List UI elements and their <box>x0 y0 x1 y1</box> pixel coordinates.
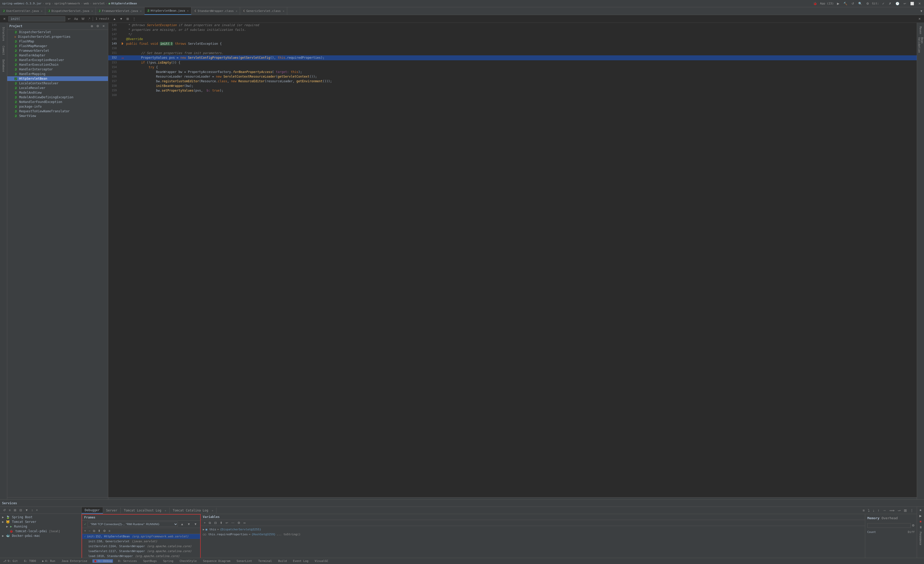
status-debug[interactable]: 🐞 5: Debug <box>93 560 113 563</box>
services-filter-button[interactable]: ▼ <box>24 508 29 513</box>
next-result-button[interactable]: ▼ <box>118 16 124 21</box>
search-button-top[interactable]: 🔍 <box>857 1 863 6</box>
thread-up-button[interactable]: ▲ <box>180 522 184 527</box>
services-pause-button[interactable]: ⏸ <box>918 525 923 530</box>
services-favorites-button[interactable]: ★ <box>918 508 923 513</box>
tree-item-dispatcherservlet[interactable]: J DispatcherServlet <box>7 30 108 34</box>
var-extra-button[interactable]: ∞ <box>242 521 247 525</box>
services-collapse-button[interactable]: ≡ <box>8 508 12 513</box>
add-var-button[interactable]: + <box>203 521 207 525</box>
copy-frame-button[interactable]: ⧉ <box>92 528 96 533</box>
services-move-button[interactable]: ↕ <box>30 508 34 513</box>
more-options-button[interactable]: ⋮ <box>132 16 137 21</box>
status-run[interactable]: ▶ 4: Run <box>41 560 56 563</box>
project-new-button[interactable]: ⊕ <box>90 24 94 28</box>
debug-trace-button[interactable]: ⤻ <box>897 508 902 513</box>
status-git[interactable]: ⎇ 9: Git <box>2 560 19 563</box>
tree-item-smartview[interactable]: J SmartView <box>7 114 108 118</box>
commit-icon[interactable]: Commit <box>1 44 6 57</box>
prev-result-button[interactable]: ▲ <box>112 16 117 21</box>
code-scrollbar-h[interactable] <box>108 497 917 499</box>
structure-icon[interactable]: Structure <box>1 25 6 43</box>
services-tree-tomcat-local[interactable]: 🐞 tomcat-local-pdai [local] <box>0 529 81 534</box>
services-group-button[interactable]: ⊟ <box>18 508 23 513</box>
git-undo-button[interactable]: ↩ <box>903 1 907 6</box>
debug-step-over-button[interactable]: ⤵ <box>867 508 871 513</box>
status-services[interactable]: 8: Services <box>117 560 138 563</box>
memory-search-input[interactable] <box>867 523 911 528</box>
var-restore-button[interactable]: ↩ <box>225 521 229 525</box>
git-cross-button[interactable]: ✗ <box>888 1 892 6</box>
close-window-button[interactable]: ✕ <box>917 1 922 6</box>
tab-frameworkservlet[interactable]: J FrameworkServlet.java ✕ <box>96 7 144 15</box>
tree-item-packageinfo[interactable]: J package-info <box>7 104 108 109</box>
add-frame-button[interactable]: + <box>83 528 87 533</box>
status-spotbugs[interactable]: SpotBugs <box>142 560 158 563</box>
services-persistence-button[interactable]: Persistence <box>918 531 923 546</box>
tab-httpservletbean[interactable]: J HttpServletBean.java ✕ <box>144 7 192 15</box>
close-search-x[interactable]: ✕ <box>917 16 922 21</box>
open-in-panel-button[interactable]: ⊞ <box>125 16 130 21</box>
debug-button[interactable]: 🐞 <box>812 1 818 6</box>
close-icon[interactable]: ✕ <box>140 10 142 12</box>
tree-item-modelandviewdefiningexception[interactable]: J ModelAndViewDefiningException <box>7 95 108 100</box>
tree-item-flashmapmanager[interactable]: J FlashMapManager <box>7 44 108 48</box>
tab-standardwrapper[interactable]: C StandardWrapper.class ✕ <box>191 7 240 15</box>
services-expand-button[interactable]: ⊞ <box>13 508 17 513</box>
server-tab[interactable]: Server <box>103 507 121 513</box>
var-settings-button[interactable]: ⚙ <box>237 521 242 525</box>
git-check-button[interactable]: ✓ <box>881 1 886 6</box>
frame-item-158[interactable]: init:158, GenericServlet (javax.servlet) <box>82 539 200 544</box>
tree-item-handleradapter[interactable]: J HandlerAdapter <box>7 53 108 58</box>
tree-item-localeresolver[interactable]: J LocaleResolver <box>7 86 108 90</box>
close-icon[interactable]: ✕ <box>165 509 166 512</box>
tree-item-handlerexecutionchain[interactable]: J HandlerExecutionChain <box>7 62 108 67</box>
status-spring[interactable]: Spring <box>162 560 174 563</box>
whole-word-button[interactable]: W <box>81 16 86 21</box>
tree-item-handlermapping[interactable]: J HandlerMapping <box>7 72 108 76</box>
tree-item-flashmap[interactable]: J FlashMap <box>7 39 108 44</box>
var-expand-icon[interactable]: ▶ <box>203 528 205 531</box>
run-button[interactable]: ▶ <box>836 1 840 6</box>
frame-options-button[interactable]: ≡ <box>108 528 111 533</box>
status-java-enterprise[interactable]: Java Enterprise <box>60 560 88 563</box>
close-icon[interactable]: ✕ <box>41 10 42 12</box>
close-icon[interactable]: ✕ <box>236 10 237 12</box>
build-button[interactable]: 🔨 <box>842 1 848 6</box>
tomcat-catalina-tab[interactable]: Tomcat Catalina Log ✕ <box>170 507 217 513</box>
tree-item-localecontextresolver[interactable]: J LocaleContextResolver <box>7 81 108 86</box>
status-checkstyle[interactable]: CheckStyle <box>178 560 198 563</box>
debugger-tab[interactable]: Debugger <box>82 507 103 513</box>
thread-dropdown[interactable]: "RMI TCP Connection(2)-... "RMI Runtime"… <box>87 522 178 527</box>
tree-item-nohandlerfoundexception[interactable]: J NoHandlerFoundException <box>7 100 108 104</box>
tab-dispatcherservlet[interactable]: J DispatcherServlet.java ✕ <box>45 7 96 15</box>
tree-item-httpservletbean[interactable]: J HttpServletBean <box>7 76 108 81</box>
maximize-button[interactable]: ⬜ <box>909 1 915 6</box>
close-icon[interactable]: ✕ <box>283 10 284 12</box>
status-terminal[interactable]: Terminal <box>257 560 273 563</box>
project-close-button[interactable]: ✕ <box>101 24 106 28</box>
tab-usercontroller[interactable]: J UserController.java ✕ <box>0 7 45 15</box>
search-input[interactable] <box>8 16 65 21</box>
memory-gear-button[interactable]: ⚙ <box>912 524 915 527</box>
project-scrollbar-h[interactable] <box>7 497 108 499</box>
services-tree-tomcat[interactable]: ▶ 🐱 Tomcat Server <box>0 519 81 524</box>
close-icon[interactable]: ✕ <box>187 9 189 12</box>
status-sonarlint[interactable]: SonarLint <box>236 560 253 563</box>
debug-menu-button[interactable]: ≡ <box>862 508 866 513</box>
var-link-button[interactable]: ⋯ <box>230 521 236 525</box>
debug-grid-button[interactable]: ⊞ <box>903 508 908 513</box>
code-area[interactable]: 145 * @throws ServletException if bean p… <box>108 23 917 497</box>
var-expand-icon[interactable]: ○○ <box>203 533 206 536</box>
tree-item-dispatcherservlet-props[interactable]: ⚙ DispatcherServlet.properties <box>7 34 108 39</box>
services-tree-running[interactable]: ▶ ▶ Running <box>0 524 81 529</box>
tree-item-frameworkservlet[interactable]: J FrameworkServlet <box>7 48 108 53</box>
services-restart-button[interactable]: ↺ <box>2 508 7 513</box>
tomcat-localhost-tab[interactable]: Tomcat Localhost Log ✕ <box>121 507 170 513</box>
settings-button[interactable]: ⚙ <box>865 1 870 6</box>
replace-button[interactable]: ↩ <box>67 16 72 21</box>
close-icon[interactable]: ✕ <box>92 10 93 12</box>
git-clock-button[interactable]: 🕐 <box>894 1 900 6</box>
regex-button[interactable]: .* <box>87 16 91 21</box>
debug-step-into-button[interactable]: ↓ <box>872 508 876 513</box>
